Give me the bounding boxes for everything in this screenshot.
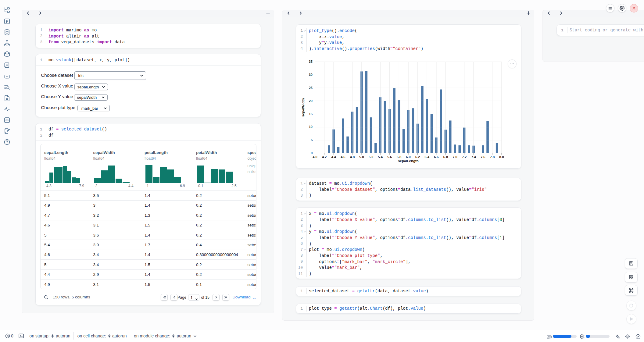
svg-text:6.8: 6.8 — [443, 155, 448, 159]
svg-text:6.2: 6.2 — [415, 155, 420, 159]
svg-text:sepalWidth: sepalWidth — [301, 98, 305, 117]
svg-text:0: 0 — [311, 151, 313, 155]
svg-text:7.2: 7.2 — [462, 155, 467, 159]
svg-text:5: 5 — [311, 138, 313, 142]
svg-text:4.2: 4.2 — [322, 155, 327, 159]
svg-text:15: 15 — [309, 112, 313, 116]
svg-text:4.4: 4.4 — [331, 155, 336, 159]
svg-text:5.6: 5.6 — [387, 155, 392, 159]
svg-text:20: 20 — [309, 99, 313, 103]
svg-text:5.0: 5.0 — [359, 155, 364, 159]
svg-text:7.8: 7.8 — [490, 155, 495, 159]
svg-text:7.0: 7.0 — [453, 155, 457, 159]
svg-text:8.0: 8.0 — [499, 155, 504, 159]
svg-text:4.0: 4.0 — [313, 155, 317, 159]
svg-text:25: 25 — [309, 86, 313, 90]
svg-text:4.8: 4.8 — [350, 155, 355, 159]
svg-text:35: 35 — [309, 60, 313, 63]
svg-text:sepalLength: sepalLength — [398, 159, 419, 163]
svg-text:6.4: 6.4 — [425, 155, 430, 159]
svg-text:10: 10 — [309, 125, 313, 129]
svg-text:6.0: 6.0 — [406, 155, 410, 159]
svg-text:5.8: 5.8 — [397, 155, 401, 159]
svg-text:7.4: 7.4 — [471, 155, 476, 159]
svg-text:7.6: 7.6 — [481, 155, 485, 159]
svg-text:6.6: 6.6 — [434, 155, 438, 159]
svg-text:30: 30 — [309, 73, 313, 77]
svg-text:4.6: 4.6 — [341, 155, 345, 159]
svg-text:5.4: 5.4 — [378, 155, 383, 159]
svg-text:5.2: 5.2 — [369, 155, 373, 159]
